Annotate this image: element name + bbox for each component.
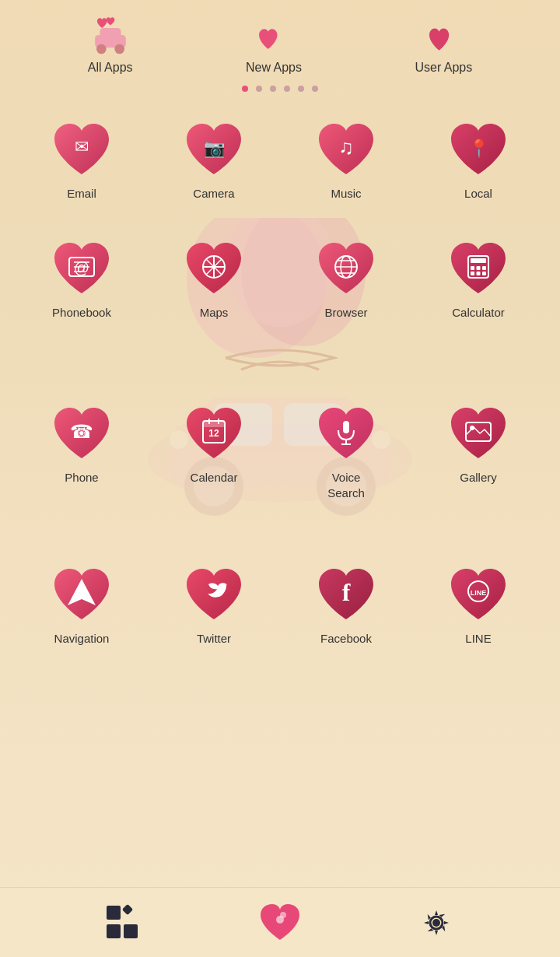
gallery-label: Gallery <box>460 470 497 486</box>
tab-user-apps[interactable]: User Apps <box>415 14 472 75</box>
app-calendar[interactable]: 12 Calendar <box>148 393 280 511</box>
app-phone[interactable]: ☎ Phone <box>16 393 148 511</box>
dot-2 <box>256 86 262 92</box>
music-label: Music <box>331 186 361 202</box>
twitter-label: Twitter <box>197 631 231 647</box>
svg-rect-60 <box>107 906 121 920</box>
svg-text:♫: ♫ <box>338 135 354 159</box>
email-label: Email <box>67 186 96 202</box>
svg-rect-40 <box>477 266 481 270</box>
svg-text:✉: ✉ <box>75 137 89 156</box>
app-music[interactable]: ♫ Music <box>280 109 412 212</box>
dot-5 <box>298 86 304 92</box>
camera-label: Camera <box>193 186 234 202</box>
calendar-label: Calendar <box>191 470 238 486</box>
app-camera[interactable]: 📷 Camera <box>148 109 280 212</box>
home-button[interactable] <box>257 903 303 943</box>
svg-text:☎: ☎ <box>70 421 93 442</box>
app-row-2: @ Phonebook <box>0 220 560 339</box>
svg-rect-42 <box>471 272 474 275</box>
line-label: LINE <box>465 631 491 647</box>
svg-rect-63 <box>124 924 138 938</box>
voice-search-label: VoiceSearch <box>327 470 365 500</box>
app-local[interactable]: 📍 Local <box>412 109 544 212</box>
new-apps-label: New Apps <box>246 61 302 75</box>
app-line[interactable]: LINE LINE <box>412 554 544 657</box>
navigation-label: Navigation <box>54 631 110 647</box>
widgets-button[interactable] <box>103 903 144 943</box>
svg-text:LINE: LINE <box>471 589 487 597</box>
tab-all-apps[interactable]: All Apps <box>88 14 133 75</box>
tab-dots <box>0 82 560 101</box>
svg-text:12: 12 <box>208 428 219 439</box>
svg-point-16 <box>96 44 107 54</box>
svg-rect-43 <box>477 272 481 275</box>
svg-rect-51 <box>343 421 349 433</box>
svg-point-67 <box>432 919 440 927</box>
app-gallery[interactable]: Gallery <box>412 393 544 511</box>
dot-6 <box>312 86 318 92</box>
svg-text:f: f <box>342 578 351 606</box>
svg-rect-41 <box>482 266 486 270</box>
dot-4 <box>284 86 290 92</box>
facebook-label: Facebook <box>320 631 372 647</box>
browser-label: Browser <box>324 305 367 321</box>
app-email[interactable]: ✉ Email <box>16 109 148 212</box>
svg-text:📍: 📍 <box>468 138 490 159</box>
dot-3 <box>270 86 276 92</box>
phone-label: Phone <box>65 470 98 486</box>
app-row-4: Navigation Twitter <box>0 546 560 665</box>
svg-rect-44 <box>482 272 486 275</box>
svg-rect-38 <box>471 258 486 263</box>
app-voice-search[interactable]: VoiceSearch <box>280 393 412 511</box>
app-row-3: ☎ Phone 1 <box>0 385 560 519</box>
app-header: All Apps New Apps User Apps <box>0 0 560 82</box>
svg-rect-39 <box>471 266 474 270</box>
app-twitter[interactable]: Twitter <box>148 554 280 657</box>
app-navigation[interactable]: Navigation <box>16 554 148 657</box>
user-apps-label: User Apps <box>415 61 472 75</box>
spacer-2 <box>0 519 560 546</box>
maps-label: Maps <box>200 305 229 321</box>
svg-point-65 <box>280 912 286 918</box>
dot-1 <box>242 86 248 92</box>
svg-rect-62 <box>107 924 121 938</box>
svg-rect-15 <box>100 28 121 39</box>
app-calculator[interactable]: Calculator <box>412 228 544 331</box>
bottom-bar <box>0 887 560 957</box>
car-spacer <box>0 338 560 385</box>
tab-new-apps[interactable]: New Apps <box>246 14 302 75</box>
settings-button[interactable] <box>416 903 457 943</box>
svg-rect-61 <box>122 903 133 914</box>
app-facebook[interactable]: f Facebook <box>280 554 412 657</box>
app-maps[interactable]: Maps <box>148 228 280 331</box>
svg-rect-47 <box>203 421 225 427</box>
app-row-1: ✉ Email 📷 Camera <box>0 101 560 220</box>
svg-text:📷: 📷 <box>204 138 226 159</box>
calculator-label: Calculator <box>452 305 505 321</box>
local-label: Local <box>464 186 492 202</box>
svg-point-17 <box>114 44 124 54</box>
all-apps-label: All Apps <box>88 61 133 75</box>
app-browser[interactable]: Browser <box>280 228 412 331</box>
phonebook-label: Phonebook <box>52 305 111 321</box>
app-phonebook[interactable]: @ Phonebook <box>16 228 148 331</box>
